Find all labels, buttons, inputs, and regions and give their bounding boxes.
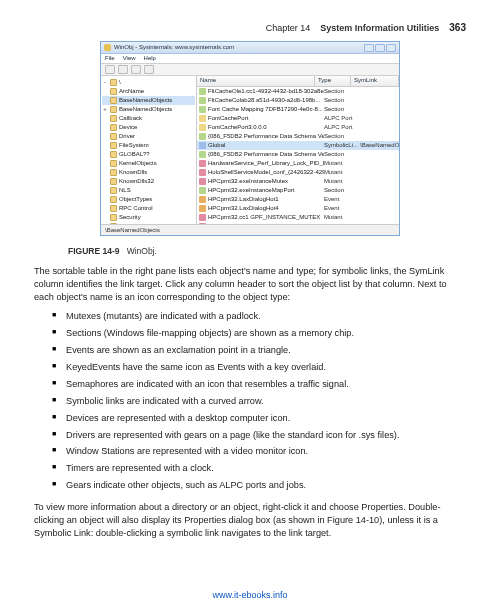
folder-icon <box>110 223 117 224</box>
app-icon <box>104 44 111 51</box>
window-titlebar: WinObj - Sysinternals: www.sysinternals.… <box>101 42 399 54</box>
tree-item[interactable]: +BaseNamedObjects <box>102 105 195 114</box>
tree-item[interactable]: -\ <box>102 78 195 87</box>
tree-item[interactable]: NLS <box>102 186 195 195</box>
bullet-item: Window Stations are represented with a v… <box>52 445 466 458</box>
list-row[interactable]: Font Cache Mapping 7DFB17290-4e0c-8...Se… <box>197 105 399 114</box>
window-title: WinObj - Sysinternals: www.sysinternals.… <box>114 44 234 51</box>
object-type-icon <box>199 88 206 95</box>
figure-label: FIGURE 14-9 <box>68 246 120 256</box>
status-path: \BaseNamedObjects <box>105 227 160 234</box>
toolbar-button[interactable] <box>105 65 115 74</box>
tree-item[interactable]: BaseNamedObjects <box>102 96 195 105</box>
list-row[interactable]: HPCprnt32.exeInstanceMapPortSection <box>197 186 399 195</box>
tree-item[interactable]: KnownDlls32 <box>102 177 195 186</box>
folder-icon <box>110 196 117 203</box>
folder-icon <box>110 79 117 86</box>
folder-icon <box>110 205 117 212</box>
tree-item[interactable]: Driver <box>102 132 195 141</box>
col-type[interactable]: Type <box>315 76 351 86</box>
object-type-icon <box>199 97 206 104</box>
list-row[interactable]: FltCacheColab28.a51d-4930-a2d6-198b...Se… <box>197 96 399 105</box>
bullet-item: Timers are represented with a clock. <box>52 462 466 475</box>
menu-view[interactable]: View <box>123 55 136 62</box>
footer-link[interactable]: www.it-ebooks.info <box>0 590 500 600</box>
tree-item[interactable]: KernelObjects <box>102 159 195 168</box>
object-type-icon <box>199 160 206 167</box>
object-type-icon <box>199 196 206 203</box>
menu-bar: File View Help <box>101 54 399 64</box>
tree-item[interactable]: Device <box>102 123 195 132</box>
menu-help[interactable]: Help <box>144 55 156 62</box>
object-type-icon <box>199 223 206 224</box>
object-type-icon <box>199 133 206 140</box>
list-row[interactable]: FontCachePort3.0.0.0ALPC Port <box>197 123 399 132</box>
bullet-item: Symbolic links are indicated with a curv… <box>52 395 466 408</box>
bullet-item: Drivers are represented with gears on a … <box>52 429 466 442</box>
tree-item[interactable]: GLOBAL?? <box>102 150 195 159</box>
window-buttons <box>364 44 396 52</box>
toolbar-button[interactable] <box>144 65 154 74</box>
list-pane[interactable]: Name Type SymLink FltCacheOle1.cc1-4932-… <box>197 76 399 224</box>
folder-icon <box>110 160 117 167</box>
folder-icon <box>110 214 117 221</box>
list-row[interactable]: HPCprnt32.cc1 GPF_INSTANCE_MUTEXMutant <box>197 213 399 222</box>
folder-icon <box>110 88 117 95</box>
winobj-screenshot: WinObj - Sysinternals: www.sysinternals.… <box>100 41 400 236</box>
folder-icon <box>110 133 117 140</box>
bullet-item: KeyedEvents have the same icon as Events… <box>52 361 466 374</box>
figure-wrap: WinObj - Sysinternals: www.sysinternals.… <box>34 41 466 242</box>
list-rows: FltCacheOle1.cc1-4932-4432-bd18-302a8e..… <box>197 87 399 224</box>
object-type-icon <box>199 106 206 113</box>
toolbar-button[interactable] <box>131 65 141 74</box>
object-type-icon <box>199 214 206 221</box>
folder-icon <box>110 106 117 113</box>
tree-item[interactable]: KnownDlls <box>102 168 195 177</box>
folder-icon <box>110 124 117 131</box>
col-symlink[interactable]: SymLink <box>351 76 399 86</box>
folder-icon <box>110 97 117 104</box>
folder-icon <box>110 115 117 122</box>
bullet-item: Mutexes (mutants) are indicated with a p… <box>52 310 466 323</box>
column-headers: Name Type SymLink <box>197 76 399 87</box>
object-type-icon <box>199 178 206 185</box>
list-row[interactable]: HardwareService_Perf_Library_Lock_PID_8b… <box>197 159 399 168</box>
close-button[interactable] <box>386 44 396 52</box>
object-type-icon <box>199 187 206 194</box>
list-row[interactable]: HoloShellServiceModel_conf_{2426322-4290… <box>197 168 399 177</box>
tree-item[interactable]: Security <box>102 213 195 222</box>
list-row[interactable]: FontCachePortALPC Port <box>197 114 399 123</box>
minimize-button[interactable] <box>364 44 374 52</box>
folder-icon <box>110 151 117 158</box>
folder-icon <box>110 142 117 149</box>
col-name[interactable]: Name <box>197 76 315 86</box>
tree-item[interactable]: Sessions <box>102 222 195 224</box>
tree-item[interactable]: Callback <box>102 114 195 123</box>
tree-pane[interactable]: -\ ArcName BaseNamedObjects+BaseNamedObj… <box>101 76 197 224</box>
toolbar <box>101 64 399 76</box>
list-row[interactable]: FltCacheOle1.cc1-4932-4432-bd18-302a8e..… <box>197 87 399 96</box>
bullet-item: Devices are represented with a desktop c… <box>52 412 466 425</box>
tree-item[interactable]: ArcName <box>102 87 195 96</box>
list-row[interactable]: HPCprnt32.exeInstanceMutexMutant <box>197 177 399 186</box>
list-row[interactable]: {086_F5DB2 Performance Data Schema Ve...… <box>197 150 399 159</box>
folder-icon <box>110 178 117 185</box>
maximize-button[interactable] <box>375 44 385 52</box>
chapter-label: Chapter 14 <box>266 23 311 33</box>
tree-item[interactable]: FileSystem <box>102 141 195 150</box>
list-row[interactable]: HPCprnt32.exeActOnInfoMtxMutant <box>197 222 399 224</box>
figure-caption: FIGURE 14-9 WinObj. <box>68 246 466 256</box>
tree-item[interactable]: RPC Control <box>102 204 195 213</box>
list-row[interactable]: HPCprnt32.LaxDialogHot4Event <box>197 204 399 213</box>
list-row[interactable]: HPCprnt32.LaxDialogHot1Event <box>197 195 399 204</box>
list-row[interactable]: GlobalSymbolicLi...\BaseNamedObjects <box>197 141 399 150</box>
object-type-icon <box>199 115 206 122</box>
list-row[interactable]: {086_F5DB2 Performance Data Schema Ve...… <box>197 132 399 141</box>
body-paragraph-2: To view more information about a directo… <box>34 501 466 540</box>
status-bar: \BaseNamedObjects <box>101 224 399 235</box>
tree-item[interactable]: ObjectTypes <box>102 195 195 204</box>
bullet-item: Sections (Windows file-mapping objects) … <box>52 327 466 340</box>
menu-file[interactable]: File <box>105 55 115 62</box>
toolbar-button[interactable] <box>118 65 128 74</box>
body-paragraph-1: The sortable table in the right pane lis… <box>34 265 466 304</box>
